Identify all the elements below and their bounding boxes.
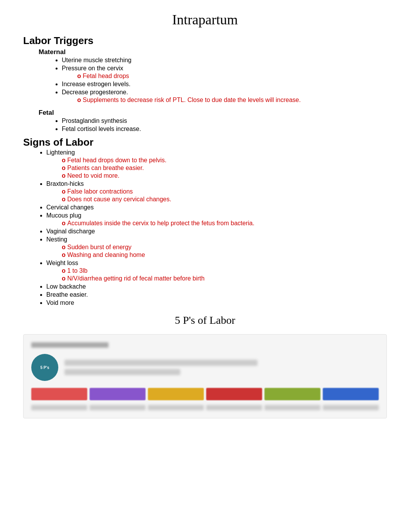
list-item: Breathe easier. xyxy=(46,291,387,298)
blurred-line-1 xyxy=(64,360,258,366)
list-item: Void more xyxy=(46,299,387,306)
list-item: Mucous plug Accumulates inside the cervi… xyxy=(46,212,387,227)
list-item: Weight loss 1 to 3lb N/V/diarrhea gettin… xyxy=(46,260,387,282)
braxton-sub: False labor contractions Does not cause … xyxy=(62,188,387,203)
list-item: Cervical changes xyxy=(46,204,387,211)
list-item: Fetal head drops xyxy=(77,73,387,80)
bar-label-4 xyxy=(206,405,262,410)
fetal-head-sub: Fetal head drops xyxy=(77,73,387,80)
blurred-top-row: 5 P's xyxy=(31,354,379,381)
list-item: Braxton-hicks False labor contractions D… xyxy=(46,180,387,203)
signs-of-labor-section: Signs of Labor Lightening Fetal head dro… xyxy=(23,136,387,306)
maternal-subsection: Maternal Uterine muscle stretching Press… xyxy=(23,48,387,104)
list-item: Prostaglandin synthesis xyxy=(62,117,387,124)
bar-label-3 xyxy=(148,405,204,410)
signs-bullet-list: Lightening Fetal head drops down to the … xyxy=(46,149,387,306)
weight-sub: 1 to 3lb N/V/diarrhea getting rid of fec… xyxy=(62,267,387,282)
color-bar-5 xyxy=(264,388,320,400)
fetal-subsection: Fetal Prostaglandin synthesis Fetal cort… xyxy=(23,109,387,133)
color-bar-3 xyxy=(148,388,204,400)
list-item: Fetal head drops down to the pelvis. xyxy=(62,157,387,164)
blurred-line-2 xyxy=(64,369,180,375)
bar-label-6 xyxy=(323,405,379,410)
list-item: Vaginal discharge xyxy=(46,228,387,235)
bar-labels-row xyxy=(31,405,379,410)
list-item: Patients can breathe easier. xyxy=(62,165,387,172)
list-item: Fetal cortisol levels increase. xyxy=(62,126,387,133)
list-item: Nesting Sudden burst of energy Washing a… xyxy=(46,236,387,258)
list-item: False labor contractions xyxy=(62,188,387,195)
list-item: Sudden burst of energy xyxy=(62,244,387,251)
list-item: Low backache xyxy=(46,283,387,290)
color-bar-1 xyxy=(31,388,87,400)
page-title: Intrapartum xyxy=(23,12,387,28)
five-ps-badge: 5 P's xyxy=(31,354,58,381)
list-item: Supplements to decrease risk of PTL. Clo… xyxy=(77,97,387,104)
list-item: Need to void more. xyxy=(62,172,387,179)
bar-label-5 xyxy=(264,405,320,410)
labor-triggers-heading: Labor Triggers xyxy=(23,35,387,47)
list-item: Washing and cleaning home xyxy=(62,252,387,258)
color-bar-2 xyxy=(90,388,146,400)
list-item: Decrease progesterone. Supplements to de… xyxy=(62,89,387,104)
nesting-sub: Sudden burst of energy Washing and clean… xyxy=(62,244,387,258)
list-item: Does not cause any cervical changes. xyxy=(62,196,387,203)
list-item: 1 to 3lb xyxy=(62,267,387,274)
five-ps-section: 5 P's of Labor 5 P's xyxy=(23,314,387,418)
list-item: Pressure on the cervix Fetal head drops xyxy=(62,65,387,80)
lightening-sub: Fetal head drops down to the pelvis. Pat… xyxy=(62,157,387,179)
blurred-top-line xyxy=(31,342,108,348)
five-ps-image-area: 5 P's xyxy=(23,334,387,418)
mucous-sub: Accumulates inside the cervix to help pr… xyxy=(62,220,387,227)
color-bar-4 xyxy=(206,388,262,400)
list-item: N/V/diarrhea getting rid of fecal matter… xyxy=(62,275,387,282)
five-ps-heading: 5 P's of Labor xyxy=(23,314,387,326)
fetal-bullet-list: Prostaglandin synthesis Fetal cortisol l… xyxy=(62,117,387,133)
list-item: Increase estrogen levels. xyxy=(62,81,387,88)
list-item: Accumulates inside the cervix to help pr… xyxy=(62,220,387,227)
maternal-label: Maternal xyxy=(39,48,387,56)
list-item: Lightening Fetal head drops down to the … xyxy=(46,149,387,179)
bar-label-2 xyxy=(90,405,146,410)
supplements-sub: Supplements to decrease risk of PTL. Clo… xyxy=(77,97,387,104)
list-item: Uterine muscle stretching xyxy=(62,57,387,64)
color-bar-6 xyxy=(323,388,379,400)
labor-triggers-section: Labor Triggers Maternal Uterine muscle s… xyxy=(23,35,387,133)
fetal-label: Fetal xyxy=(39,109,387,117)
bar-label-1 xyxy=(31,405,87,410)
colored-bars-row xyxy=(31,388,379,400)
signs-of-labor-heading: Signs of Labor xyxy=(23,136,387,148)
maternal-bullet-list: Uterine muscle stretching Pressure on th… xyxy=(62,57,387,104)
